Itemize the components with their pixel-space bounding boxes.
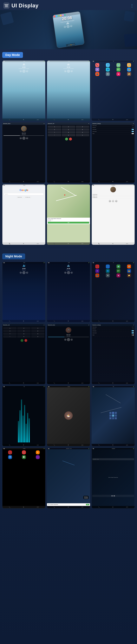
night-call-answer[interactable]: 📞 <box>20 339 23 342</box>
power-toggle[interactable] <box>132 133 134 134</box>
night-power-toggle[interactable] <box>132 334 134 336</box>
night-app-telegram[interactable]: ✈ <box>95 269 99 273</box>
social-prev[interactable]: ◀◀ <box>109 200 111 202</box>
night-dial-6[interactable]: 6 <box>31 330 44 332</box>
music-1-prev[interactable]: ◀◀ <box>20 70 22 72</box>
dial-hash[interactable]: # <box>76 134 89 136</box>
night-go-btn[interactable]: GO <box>86 504 89 506</box>
night-call-end[interactable]: 📵 <box>24 339 27 342</box>
prev-btn[interactable]: ◀◀ <box>64 26 66 28</box>
night-dial-0[interactable]: 0 <box>17 336 30 338</box>
night-dial-3[interactable]: 3 <box>31 327 44 329</box>
night-prev-1[interactable]: ◀◀ <box>20 272 22 274</box>
app-radio[interactable]: 📻 <box>127 68 131 72</box>
night-app-bt2[interactable]: BT <box>116 269 120 273</box>
app-settings[interactable]: ⚙️ <box>127 63 131 67</box>
bt-play[interactable]: ⏸ <box>22 137 25 140</box>
night-dial-star[interactable]: * <box>3 336 17 338</box>
night-auto-connect-toggle[interactable] <box>132 332 134 334</box>
night-bt-next[interactable]: ▶▶ <box>71 339 73 340</box>
go-button[interactable]: GO <box>48 222 89 224</box>
night-dial-7[interactable]: 7 <box>3 333 17 335</box>
bt-prev[interactable]: ◀◀ <box>20 137 22 139</box>
night-app-bt[interactable]: 🔵 <box>106 269 110 273</box>
mini-prev[interactable]: ◀ <box>84 498 85 498</box>
nav-down[interactable]: ↓ <box>112 417 114 419</box>
music-2-next[interactable]: ▶▶ <box>71 70 73 72</box>
dial-6[interactable]: 6 <box>76 128 89 131</box>
dial-4[interactable]: 4 <box>48 128 61 131</box>
night-nav-next[interactable]: ▶▶ <box>114 495 115 496</box>
menu-button[interactable] <box>3 2 10 9</box>
carplay-maps[interactable]: 🗺 <box>8 455 12 459</box>
carplay-messages[interactable]: 💬 <box>22 455 26 459</box>
dial-5[interactable]: 5 <box>62 128 75 131</box>
app-weather[interactable]: 🌤 <box>116 72 120 76</box>
night-next-1[interactable]: ▶▶ <box>26 272 28 274</box>
dial-star[interactable]: * <box>48 134 61 136</box>
google-lucky-btn[interactable]: I'm Feeling Lucky <box>24 196 31 198</box>
night-app-nav[interactable]: 🗺️ <box>116 264 120 268</box>
play-btn[interactable]: ⏸ <box>66 25 70 28</box>
night-bt-play[interactable]: ⏸ <box>67 338 70 341</box>
nav-down-right[interactable]: ↘ <box>115 417 117 419</box>
night-app-more[interactable]: ⚙ <box>106 274 110 278</box>
next-btn[interactable]: ▶▶ <box>70 25 72 27</box>
carplay-podcast[interactable]: 🎙 <box>36 450 40 454</box>
bt-next[interactable]: ▶▶ <box>26 137 28 139</box>
dial-2[interactable]: 2 <box>62 126 75 128</box>
music-2-prev[interactable]: ◀◀ <box>64 70 66 72</box>
night-dial-hash[interactable]: # <box>31 336 44 338</box>
dial-9[interactable]: 9 <box>76 131 89 134</box>
carplay-more[interactable]: ⋯ <box>36 455 40 459</box>
night-dial-5[interactable]: 5 <box>17 330 30 332</box>
night-app-phone[interactable]: 📞 <box>95 264 99 268</box>
app-video[interactable]: 📺 <box>95 72 99 76</box>
google-search-btn[interactable]: Google Search <box>16 196 23 198</box>
night-app-music[interactable]: 🎵 <box>106 264 110 268</box>
night-app-weather[interactable]: 🌤 <box>116 274 120 278</box>
night-dial-9[interactable]: 9 <box>31 333 44 335</box>
nav-up-right[interactable]: ↗ <box>115 412 117 414</box>
music-1-next[interactable]: ▶▶ <box>26 70 28 72</box>
app-nav[interactable]: 🗺️ <box>116 63 120 67</box>
call-end[interactable]: 📵 <box>69 138 72 140</box>
dial-3[interactable]: 3 <box>76 126 89 128</box>
night-auto-answer-toggle[interactable] <box>132 330 134 331</box>
nav-up[interactable]: ↑ <box>112 412 114 414</box>
mini-next[interactable]: ▶▶ <box>86 498 88 498</box>
dial-8[interactable]: 8 <box>62 131 75 134</box>
night-nav-prev[interactable]: ◀ <box>111 495 112 496</box>
night-app-video[interactable]: 📺 <box>95 274 99 278</box>
nav-down-left[interactable]: ↙ <box>109 417 112 419</box>
night-dial-8[interactable]: 8 <box>17 333 30 335</box>
night-dial-2[interactable]: 2 <box>17 327 30 329</box>
social-play[interactable]: ▶ <box>112 200 114 202</box>
night-app-radio[interactable]: 📻 <box>127 269 131 273</box>
app-telegram[interactable]: ✈ <box>95 68 99 72</box>
night-prev-2[interactable]: ◀◀ <box>64 272 66 274</box>
night-bt-prev[interactable]: ◀◀ <box>64 339 66 340</box>
nav-center[interactable]: ⊕ <box>112 414 114 417</box>
app-bt2[interactable]: BT <box>116 68 120 72</box>
nav-up-left[interactable]: ↖ <box>109 412 112 414</box>
app-music[interactable]: 🎵 <box>106 63 110 67</box>
nav-right[interactable]: → <box>115 414 117 417</box>
auto-connect-toggle[interactable] <box>132 131 134 132</box>
app-bt[interactable]: 🔵 <box>106 68 110 72</box>
carplay-music[interactable]: 🎵 <box>22 450 26 454</box>
night-next-2[interactable]: ▶▶ <box>71 272 73 274</box>
nav-menu-icon[interactable]: ⋮ <box>130 3 134 8</box>
night-app-files[interactable]: 📁 <box>127 274 131 278</box>
dial-1[interactable]: 1 <box>48 126 61 128</box>
night-app-settings[interactable]: ⚙️ <box>127 264 131 268</box>
music-1-play[interactable]: ⏸ <box>22 70 25 72</box>
google-search-bar[interactable]: Search... <box>4 193 44 195</box>
mini-play[interactable]: ▶ <box>85 498 86 498</box>
night-dial-1[interactable]: 1 <box>3 327 17 329</box>
call-answer[interactable]: 📞 <box>65 138 68 140</box>
app-phone[interactable]: 📞 <box>95 63 99 67</box>
night-play-1[interactable]: ⏸ <box>22 271 25 274</box>
nav-left[interactable]: ← <box>109 414 112 417</box>
dial-0[interactable]: 0 <box>62 134 75 136</box>
